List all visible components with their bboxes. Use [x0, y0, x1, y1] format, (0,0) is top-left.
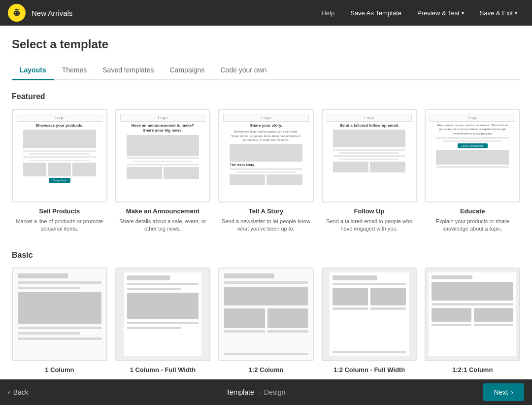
breadcrumb: Template › Design: [226, 388, 285, 396]
back-button[interactable]: ‹ Back: [8, 388, 29, 396]
educate-desc: Explain your products or share knowledge…: [427, 218, 518, 233]
template-educate[interactable]: Logo Help people use your product or ser…: [425, 109, 520, 235]
save-exit-chevron-icon: ▾: [515, 10, 517, 16]
preview-test-label: Preview & Test: [417, 9, 460, 17]
story-desc: Send a newsletter to let people know wha…: [220, 218, 312, 233]
featured-section: Featured Logo Showcase your products.: [12, 92, 520, 235]
template-1-2-1col[interactable]: 1:2:1 Column: [425, 268, 520, 378]
educate-preview: Logo Help people use your product or ser…: [425, 109, 520, 202]
story-preview: Logo Share your story. Newsletters help …: [218, 109, 314, 202]
template-1-2colfull[interactable]: 1:2 Column - Full Width: [322, 268, 417, 378]
back-label: Back: [13, 388, 29, 396]
page-title: Select a template: [12, 37, 520, 51]
svg-point-2: [18, 12, 19, 13]
1-2-1col-name: 1:2:1 Column: [427, 366, 518, 373]
template-1col[interactable]: 1 Column: [12, 268, 107, 378]
back-arrow-icon: ‹: [8, 388, 10, 396]
save-exit-button[interactable]: Save & Exit ▾: [473, 5, 524, 21]
story-name: Tell A Story: [220, 207, 312, 215]
featured-section-title: Featured: [12, 92, 520, 101]
educate-name: Educate: [427, 207, 518, 215]
followup-desc: Send a tailored email to people who have…: [324, 218, 415, 233]
top-navigation: New Arrivals Help Save As Template Previ…: [0, 0, 532, 26]
template-make-announcement[interactable]: Logo Have an announcement to make?Share …: [115, 109, 211, 235]
1-2col-name: 1:2 Column: [220, 366, 312, 373]
sell-products-desc: Market a line of products or promote sea…: [14, 218, 105, 233]
breadcrumb-arrow-icon: ›: [258, 389, 260, 396]
announcement-name: Make an Announcement: [117, 207, 209, 215]
1col-name: 1 Column: [14, 366, 105, 373]
preview-test-button[interactable]: Preview & Test ▾: [410, 5, 471, 21]
save-as-template-button[interactable]: Save As Template: [343, 5, 408, 21]
1-2col-preview: [218, 268, 314, 361]
1colfull-name: 1 Column - Full Width: [117, 366, 209, 373]
followup-preview: Logo Send a tailored follow-up email.: [322, 109, 417, 202]
tab-campaigns[interactable]: Campaigns: [162, 61, 213, 80]
next-label: Next: [494, 388, 508, 396]
next-arrow-icon: ›: [511, 388, 513, 396]
sell-products-name: Sell Products: [14, 207, 105, 215]
campaign-name: New Arrivals: [32, 9, 72, 17]
nav-right: Help Save As Template Preview & Test ▾ S…: [314, 5, 524, 21]
save-exit-label: Save & Exit: [480, 9, 513, 17]
feat-logo: Logo: [17, 114, 102, 122]
template-1-2col[interactable]: 1:2 Column: [218, 268, 314, 378]
announcement-preview: Logo Have an announcement to make?Share …: [115, 109, 211, 202]
1-2colfull-preview: [322, 268, 417, 361]
basic-section: Basic 1 Column: [12, 251, 520, 378]
template-sell-products[interactable]: Logo Showcase your products. Shop Now: [12, 109, 107, 235]
breadcrumb-template: Template: [226, 388, 254, 396]
bottom-bar: ‹ Back Template › Design Next ›: [0, 379, 532, 405]
preview-chevron-icon: ▾: [462, 10, 464, 16]
template-tabs: Layouts Themes Saved templates Campaigns…: [12, 61, 520, 80]
announcement-desc: Share details about a sale, event, or ot…: [117, 218, 209, 233]
1col-preview: [12, 268, 107, 361]
template-1colfull[interactable]: 1 Column - Full Width: [115, 268, 211, 378]
nav-left: New Arrivals: [8, 4, 72, 22]
basic-template-grid: 1 Column: [12, 268, 520, 378]
followup-name: Follow Up: [324, 207, 415, 215]
sell-products-preview: Logo Showcase your products. Shop Now: [12, 109, 107, 202]
help-button[interactable]: Help: [314, 5, 341, 21]
tab-layouts[interactable]: Layouts: [12, 61, 54, 80]
basic-section-title: Basic: [12, 251, 520, 260]
1colfull-preview: [115, 268, 211, 361]
1-2colfull-name: 1:2 Column - Full Width: [324, 366, 415, 373]
main-content: Select a template Layouts Themes Saved t…: [0, 26, 532, 405]
1-2-1col-preview: [425, 268, 520, 361]
breadcrumb-design: Design: [264, 388, 286, 396]
template-tell-story[interactable]: Logo Share your story. Newsletters help …: [218, 109, 314, 235]
tab-code-your-own[interactable]: Code your own: [212, 61, 274, 80]
tab-saved-templates[interactable]: Saved templates: [95, 61, 162, 80]
featured-template-grid: Logo Showcase your products. Shop Now: [12, 109, 520, 235]
template-follow-up[interactable]: Logo Send a tailored follow-up email.: [322, 109, 417, 235]
svg-point-1: [15, 12, 16, 13]
feat-img-1: [23, 130, 96, 148]
tab-themes[interactable]: Themes: [54, 61, 95, 80]
next-button[interactable]: Next ›: [483, 383, 524, 401]
mailchimp-logo: [8, 4, 26, 22]
